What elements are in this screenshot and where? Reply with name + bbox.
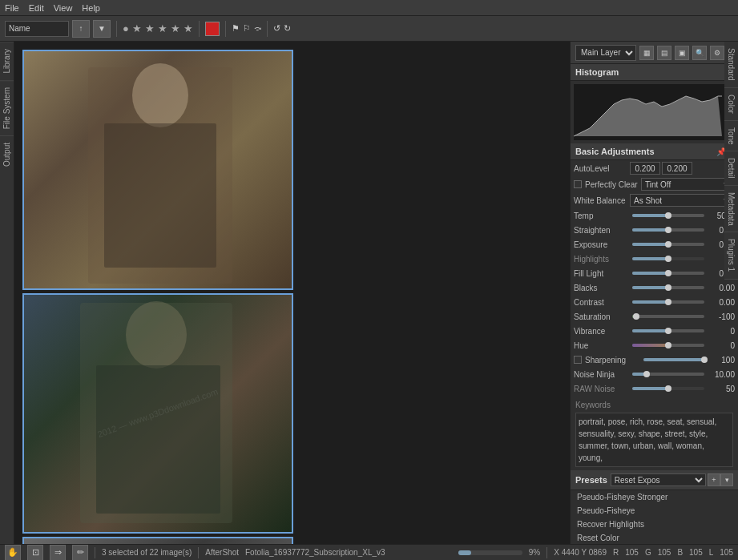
exposure-slider[interactable]: [632, 243, 704, 246]
noise-ninja-slider[interactable]: [632, 373, 704, 376]
preset-item-1[interactable]: Pseudo-Fisheye: [571, 504, 738, 518]
right-tab-plugins[interactable]: Plugins 1: [724, 232, 738, 279]
preset-item-0[interactable]: Pseudo-Fisheye Stronger: [571, 490, 738, 504]
layer-btn-2[interactable]: ▤: [657, 46, 671, 60]
right-tab-standard[interactable]: Standard: [724, 64, 738, 88]
photo-3-figure: [24, 538, 292, 544]
export-tool-button[interactable]: ⇒: [50, 545, 66, 561]
rotate-ccw-button[interactable]: ↺: [273, 23, 280, 34]
preset-item-3[interactable]: Reset Color: [571, 531, 738, 544]
g-label: G: [645, 548, 651, 557]
autolevel-val2-input[interactable]: [662, 162, 692, 175]
photo-1-inner: [24, 51, 292, 288]
temp-slider[interactable]: [632, 214, 704, 217]
sharpening-slider[interactable]: [643, 358, 704, 361]
contrast-slider[interactable]: [632, 300, 704, 304]
vibrance-slider-thumb: [665, 328, 671, 334]
layer-btn-5[interactable]: ⚙: [710, 46, 724, 60]
flag-button-2[interactable]: ⚐: [243, 23, 251, 34]
preset-add-button[interactable]: +: [708, 473, 720, 486]
star-2[interactable]: ★: [145, 22, 155, 34]
preset-list: Pseudo-Fisheye Stronger Pseudo-Fisheye R…: [571, 490, 738, 544]
hue-slider-thumb: [665, 342, 671, 348]
straighten-label: Straighten: [574, 226, 630, 235]
noise-ninja-value: 10.00: [707, 370, 735, 379]
sidebar-tab-library[interactable]: Library: [0, 42, 14, 80]
autolevel-val1-input[interactable]: [630, 162, 660, 175]
star-4[interactable]: ★: [171, 22, 180, 34]
noise-ninja-row: Noise Ninja 10.00: [571, 367, 738, 381]
preset-menu-button[interactable]: ▾: [720, 473, 733, 486]
sidebar-tab-filesystem[interactable]: File System: [0, 80, 14, 135]
blacks-slider[interactable]: [632, 286, 704, 289]
preset-item-2[interactable]: Recover Highlights: [571, 518, 738, 531]
presets-title: Presets: [575, 475, 607, 485]
basic-adj-header[interactable]: Basic Adjustments 📌 ▾: [571, 143, 738, 160]
vibrance-slider[interactable]: [632, 329, 704, 332]
sidebar-tab-output[interactable]: Output: [0, 135, 14, 173]
fill-light-slider[interactable]: [632, 272, 704, 275]
g-value: 105: [658, 548, 671, 557]
autolevel-row: AutoLevel: [571, 160, 738, 176]
right-tab-metadata[interactable]: Metadata: [724, 186, 738, 233]
hand-tool-button[interactable]: ✋: [5, 545, 21, 561]
exposure-slider-thumb: [665, 241, 671, 248]
image-thumb-1[interactable]: [22, 50, 293, 290]
layer-btn-4[interactable]: 🔍: [692, 46, 707, 60]
menu-file[interactable]: File: [5, 3, 19, 13]
preset-filter-select[interactable]: Reset Expos: [611, 473, 706, 486]
right-tab-color[interactable]: Color: [724, 88, 738, 121]
menu-view[interactable]: View: [54, 3, 73, 13]
photo-2-figure: 2012 — www.p3Ddownload.com: [24, 295, 292, 532]
menu-edit[interactable]: Edit: [29, 3, 44, 13]
brush-tool-button[interactable]: ✏: [72, 545, 88, 561]
raw-noise-slider[interactable]: [632, 387, 704, 390]
filter-button[interactable]: ▼: [93, 20, 111, 38]
temp-label: Temp: [574, 212, 630, 220]
preset-label-0: Pseudo-Fisheye Stronger: [577, 493, 667, 502]
saturation-slider[interactable]: [632, 315, 704, 318]
sharpening-checkbox[interactable]: [574, 356, 582, 364]
crop-tool-button[interactable]: ⊡: [27, 545, 43, 561]
star-empty-1[interactable]: ●: [123, 22, 129, 34]
straighten-row: Straighten 0.00: [571, 223, 738, 237]
contrast-label: Contrast: [574, 298, 630, 307]
star-3[interactable]: ★: [158, 22, 167, 34]
image-thumb-2[interactable]: 2012 — www.p3Ddownload.com: [22, 293, 293, 534]
b-value: 105: [689, 548, 703, 557]
zoom-slider[interactable]: [458, 550, 522, 555]
coord-status: X 4440 Y 0869: [554, 548, 607, 557]
white-balance-select[interactable]: As Shot: [630, 194, 735, 207]
keywords-text[interactable]: portrait, pose, rich, rose, seat, sensua…: [575, 413, 733, 467]
right-tab-detail[interactable]: Detail: [724, 151, 738, 186]
menu-help[interactable]: Help: [82, 3, 100, 13]
histogram-header[interactable]: Histogram ▾: [571, 64, 738, 81]
photo-1-figure: [24, 51, 292, 288]
fill-light-slider-thumb: [665, 270, 671, 276]
flag-button-1[interactable]: ⚑: [232, 23, 240, 34]
perfectly-clear-checkbox[interactable]: [574, 180, 582, 188]
preset-label-3: Reset Color: [577, 534, 619, 542]
right-tab-tone[interactable]: Tone: [724, 121, 738, 152]
noise-ninja-label: Noise Ninja: [574, 370, 630, 379]
hue-slider[interactable]: [632, 344, 704, 347]
image-thumb-3[interactable]: [22, 537, 293, 544]
perfectly-clear-select[interactable]: Tint Off: [641, 178, 735, 191]
layer-btn-3[interactable]: ▣: [675, 46, 689, 60]
status-separator-3: [546, 547, 547, 558]
star-5[interactable]: ★: [183, 22, 193, 34]
photo-2-inner: [24, 295, 292, 532]
rotate-cw-button[interactable]: ↻: [284, 23, 291, 34]
highlights-slider[interactable]: [632, 257, 704, 260]
blacks-label: Blacks: [574, 284, 630, 292]
flag-button-3[interactable]: ⤼: [254, 23, 261, 34]
name-input[interactable]: [5, 21, 69, 37]
straighten-slider[interactable]: [632, 228, 704, 232]
sort-asc-button[interactable]: ↑: [72, 20, 90, 38]
layer-select[interactable]: Main Layer: [575, 45, 636, 61]
star-1[interactable]: ★: [132, 22, 142, 34]
l-label: L: [709, 548, 714, 557]
layer-btn-1[interactable]: ▦: [639, 46, 654, 60]
color-swatch[interactable]: [205, 22, 220, 36]
histogram-title: Histogram: [575, 67, 619, 77]
